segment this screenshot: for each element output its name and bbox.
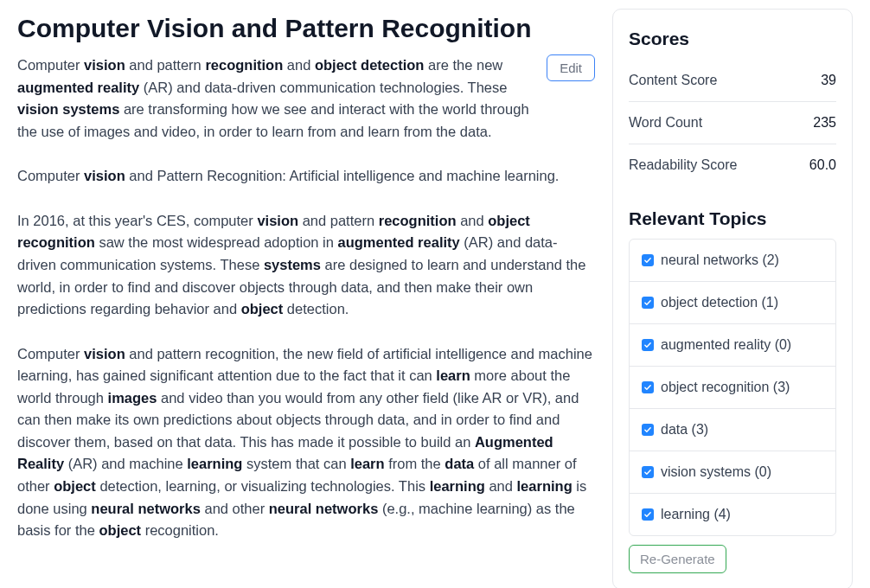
keyword: learn [350,456,384,471]
text: and Pattern Recognition: Artificial inte… [125,168,560,183]
topics-heading: Relevant Topics [629,205,836,233]
topic-item[interactable]: object detection (1) [630,282,835,324]
checkbox-icon[interactable] [642,254,654,266]
score-row-readability: Readability Score 60.0 [629,144,836,186]
keyword: vision [84,57,125,73]
topic-label: object detection (1) [661,292,778,313]
score-label: Readability Score [629,155,737,176]
keyword: vision [84,168,125,183]
keyword: systems [264,257,321,272]
keyword: object [241,301,284,316]
keyword: vision [257,213,298,228]
text: (AR) and machine [64,456,187,471]
sidebar: Scores Content Score 39 Word Count 235 R… [612,9,853,588]
keyword: vision [84,346,125,361]
checkbox-icon[interactable] [642,381,654,393]
text: from the [385,456,445,471]
topic-item[interactable]: object recognition (3) [630,367,835,409]
text: and pattern [298,213,379,228]
checkbox-icon[interactable] [642,466,654,478]
keyword: augmented reality [17,80,139,95]
text: (AR) and data-driven communication techn… [139,80,507,95]
text: detection, learning, or visualizing tech… [96,478,430,494]
topic-item[interactable]: data (3) [630,409,835,451]
keyword: data [445,456,474,471]
checkbox-icon[interactable] [642,339,654,351]
keyword: vision systems [17,101,119,117]
topic-label: augmented reality (0) [661,335,791,355]
checkbox-icon[interactable] [642,424,654,436]
text: detection. [283,301,349,316]
score-value: 235 [813,112,836,133]
keyword: object detection [315,57,425,73]
text: are the new [424,57,502,73]
keyword: object [99,522,141,538]
topic-label: learning (4) [661,504,731,525]
text: Computer [17,346,84,361]
text: and [485,478,517,494]
topic-label: data (3) [661,419,708,440]
scores-list: Content Score 39 Word Count 235 Readabil… [629,60,836,186]
keyword: augmented reality [338,234,460,250]
article-main: Computer Vision and Pattern Recognition … [17,9,595,588]
topic-item[interactable]: augmented reality (0) [630,324,835,367]
score-label: Content Score [629,70,717,91]
text: and [283,57,315,73]
paragraph-2: Computer vision and Pattern Recognition:… [17,165,595,188]
paragraph-3: In 2016, at this year's CES, computer vi… [17,210,595,321]
text: system that can [242,456,350,471]
topic-label: neural networks (2) [661,250,779,271]
text: In 2016, at this year's CES, computer [17,213,257,228]
keyword: object [54,478,96,494]
scores-heading: Scores [629,25,836,53]
score-value: 60.0 [809,155,836,176]
paragraph-1: Computer vision and pattern recognition … [17,54,595,143]
edit-button[interactable]: Edit [547,54,595,81]
score-value: 39 [821,70,836,91]
text: and other [201,501,269,516]
keyword: learning [187,456,242,471]
regenerate-button[interactable]: Re-Generate [629,545,726,573]
score-row-content: Content Score 39 [629,60,836,102]
topic-item[interactable]: vision systems (0) [630,451,835,494]
score-label: Word Count [629,112,702,133]
topic-item[interactable]: learning (4) [630,494,835,535]
keyword: learning [517,478,573,494]
topics-list: neural networks (2) object detection (1)… [629,239,836,536]
text: and pattern [125,57,206,73]
checkbox-icon[interactable] [642,297,654,309]
topic-item[interactable]: neural networks (2) [630,240,835,282]
text: saw the most widespread adoption in [95,234,338,250]
topic-label: vision systems (0) [661,462,771,483]
keyword: images [108,390,157,406]
text: recognition. [141,522,219,538]
keyword: learn [436,368,470,383]
score-row-wordcount: Word Count 235 [629,102,836,144]
keyword: recognition [205,57,283,73]
text: Computer [17,57,84,73]
keyword: neural networks [91,501,201,516]
keyword: recognition [379,213,457,228]
keyword: neural networks [269,501,379,516]
text: and [457,213,489,228]
page-title: Computer Vision and Pattern Recognition [17,9,595,48]
checkbox-icon[interactable] [642,508,654,521]
topic-label: object recognition (3) [661,377,790,398]
text: Computer [17,168,84,183]
paragraph-4: Computer vision and pattern recognition,… [17,343,595,542]
article-body: Computer vision and pattern recognition … [17,54,595,542]
keyword: learning [430,478,485,494]
